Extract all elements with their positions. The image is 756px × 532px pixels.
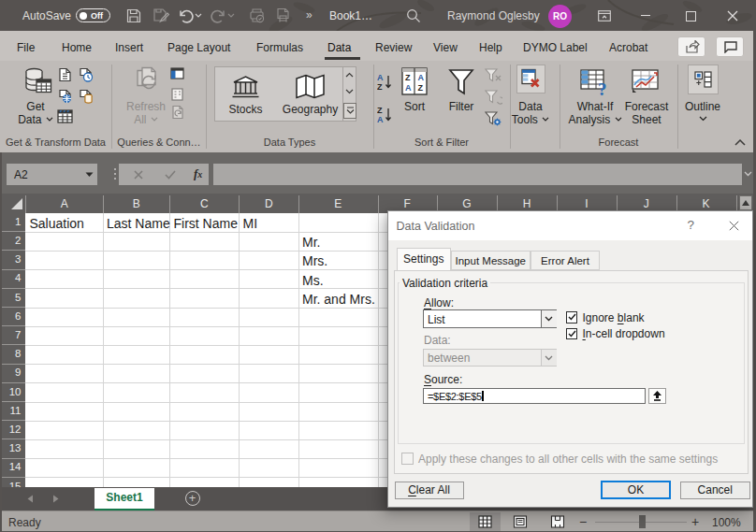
svg-text:?: ? bbox=[598, 79, 607, 96]
svg-text:Z: Z bbox=[405, 73, 411, 82]
svg-text:Z: Z bbox=[418, 83, 424, 93]
svg-text:A: A bbox=[377, 73, 384, 82]
svg-text:Z: Z bbox=[377, 82, 383, 91]
svg-text:A: A bbox=[418, 73, 425, 82]
svg-text:Z: Z bbox=[377, 106, 383, 115]
svg-text:A: A bbox=[377, 115, 384, 123]
svg-text:A: A bbox=[405, 83, 412, 93]
